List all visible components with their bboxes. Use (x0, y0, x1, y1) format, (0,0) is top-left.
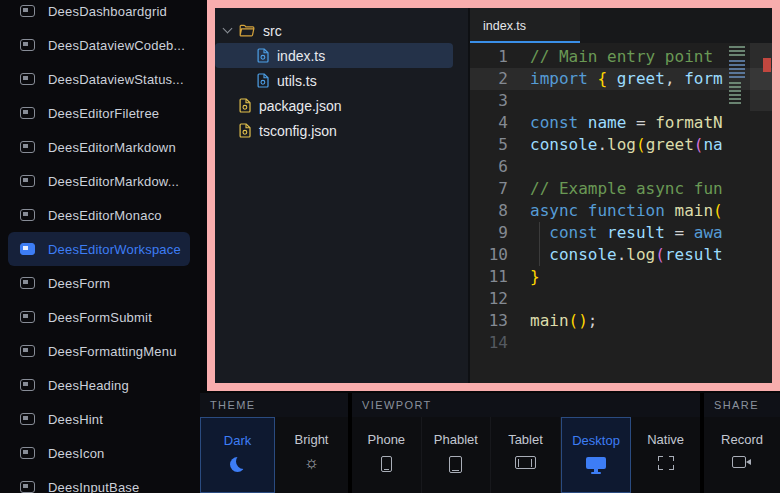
component-icon (20, 39, 35, 51)
sidebar-item-deesdataviewcodeb[interactable]: DeesDataviewCodeb... (8, 28, 190, 62)
component-icon (20, 5, 35, 17)
viewport-section-title: VIEWPORT (352, 393, 700, 417)
component-sidebar: DeesDashboardgrid DeesDataviewCodeb... D… (0, 0, 200, 493)
component-icon (20, 379, 35, 391)
component-icon (20, 107, 35, 119)
phone-icon (381, 456, 392, 472)
sidebar-item-deesform[interactable]: DeesForm (8, 266, 190, 300)
minimap-block (729, 82, 741, 104)
sidebar-item-label: DeesHint (48, 412, 103, 427)
viewport-section: VIEWPORT Phone Phablet Tablet Desktop (352, 393, 700, 493)
sidebar-item-deesdataviewstatus[interactable]: DeesDataviewStatus... (8, 62, 190, 96)
code-line: 9 const result = awa (470, 222, 772, 244)
tablet-icon (515, 456, 536, 469)
component-list: DeesDashboardgrid DeesDataviewCodeb... D… (0, 0, 200, 493)
viewport-native-button[interactable]: Native (631, 417, 700, 493)
tree-file-tsconfig-json[interactable]: tsconfig.json (215, 118, 468, 143)
sidebar-item-label: DeesFormattingMenu (48, 344, 177, 359)
sidebar-item-deesinputbase[interactable]: DeesInputBase (8, 470, 190, 493)
sidebar-item-label: DeesEditorMarkdow... (48, 174, 179, 189)
sidebar-item-deeseditorworkspace[interactable]: DeesEditorWorkspace (8, 232, 190, 266)
component-icon (20, 413, 35, 425)
component-icon (20, 447, 35, 459)
ts-file-icon (257, 48, 269, 63)
theme-section: THEME Dark Bright ☼ (200, 393, 348, 493)
sidebar-item-label: DeesForm (48, 276, 110, 291)
sidebar-item-label: DeesFormSubmit (48, 310, 152, 325)
code-line: 14 (470, 332, 772, 354)
code-line: 6 (470, 156, 772, 178)
indent-guide (539, 222, 540, 266)
component-icon (20, 243, 35, 255)
component-icon (20, 141, 35, 153)
scrollbar-thumb[interactable] (750, 43, 772, 111)
sidebar-item-deesheading[interactable]: DeesHeading (8, 368, 190, 402)
code-line: 7// Example async fun (470, 178, 772, 200)
preview-frame: src index.ts utils.ts (207, 0, 780, 391)
code-line: 13main(); (470, 310, 772, 332)
overview-ruler-marker (763, 58, 771, 72)
code-line: 11} (470, 266, 772, 288)
sidebar-item-deeseditormonaco[interactable]: DeesEditorMonaco (8, 198, 190, 232)
theme-section-title: THEME (200, 393, 348, 417)
component-icon (20, 277, 35, 289)
code-line: 3 (470, 90, 772, 112)
minimap-block (729, 60, 745, 78)
viewport-phone-button[interactable]: Phone (352, 417, 422, 493)
component-icon (20, 345, 35, 357)
sidebar-item-deesicon[interactable]: DeesIcon (8, 436, 190, 470)
tab-index-ts[interactable]: index.ts (470, 8, 580, 43)
chevron-down-icon (223, 24, 233, 34)
sidebar-item-deesdashboardgrid[interactable]: DeesDashboardgrid (8, 0, 190, 28)
component-icon (20, 481, 35, 493)
sidebar-item-label: DeesDataviewStatus... (48, 72, 184, 87)
tree-file-index-ts[interactable]: index.ts (215, 43, 453, 68)
code-line: 5console.log(greet(na (470, 134, 772, 156)
code-line: 10 console.log(result (470, 244, 772, 266)
share-section-title: SHARE (704, 393, 780, 417)
code-line: 8async function main( (470, 200, 772, 222)
tree-file-label: package.json (259, 98, 342, 114)
record-camera-icon (732, 456, 752, 468)
share-section: SHARE Record (704, 393, 780, 493)
sidebar-item-label: DeesIcon (48, 446, 105, 461)
component-icon (20, 311, 35, 323)
share-record-button[interactable]: Record (704, 417, 780, 493)
sidebar-item-label: DeesEditorWorkspace (48, 242, 181, 257)
scrollbar[interactable] (750, 43, 772, 383)
component-icon (20, 73, 35, 85)
viewport-tablet-button[interactable]: Tablet (491, 417, 561, 493)
tree-file-label: tsconfig.json (259, 123, 337, 139)
sidebar-item-deeseditorfiletree[interactable]: DeesEditorFiletree (8, 96, 190, 130)
sidebar-item-deeshint[interactable]: DeesHint (8, 402, 190, 436)
viewport-desktop-button[interactable]: Desktop (561, 417, 632, 493)
app-root: DeesDashboardgrid DeesDataviewCodeb... D… (0, 0, 780, 493)
file-tree: src index.ts utils.ts (215, 8, 470, 383)
tree-file-package-json[interactable]: package.json (215, 93, 468, 118)
minimap-block (729, 46, 745, 56)
sidebar-item-deeseditormarkdown[interactable]: DeesEditorMarkdown (8, 130, 190, 164)
sidebar-item-label: DeesHeading (48, 378, 129, 393)
code-area[interactable]: 1// Main entry point 2import { greet, fo… (470, 43, 772, 383)
sidebar-item-deesformsubmit[interactable]: DeesFormSubmit (8, 300, 190, 334)
theme-bright-button[interactable]: Bright ☼ (275, 417, 348, 493)
native-fullscreen-icon (658, 456, 674, 470)
sidebar-item-deeseditormarkdow2[interactable]: DeesEditorMarkdow... (8, 164, 190, 198)
editor-tab-bar: index.ts (470, 8, 772, 43)
folder-icon (239, 24, 255, 37)
sidebar-item-label: DeesEditorFiletree (48, 106, 159, 121)
tab-label: index.ts (483, 19, 526, 33)
sidebar-item-label: DeesEditorMarkdown (48, 140, 176, 155)
ts-file-icon (257, 73, 269, 88)
minimap[interactable] (729, 46, 746, 108)
theme-dark-button[interactable]: Dark (200, 417, 275, 493)
tree-file-label: utils.ts (277, 73, 317, 89)
tree-file-utils-ts[interactable]: utils.ts (215, 68, 468, 93)
code-line: 4const name = formatN (470, 112, 772, 134)
code-line: 1// Main entry point (470, 46, 772, 68)
code-line: 12 (470, 288, 772, 310)
component-icon (20, 209, 35, 221)
sidebar-item-deesformattingmenu[interactable]: DeesFormattingMenu (8, 334, 190, 368)
viewport-phablet-button[interactable]: Phablet (422, 417, 492, 493)
tree-folder-src[interactable]: src (215, 18, 468, 43)
